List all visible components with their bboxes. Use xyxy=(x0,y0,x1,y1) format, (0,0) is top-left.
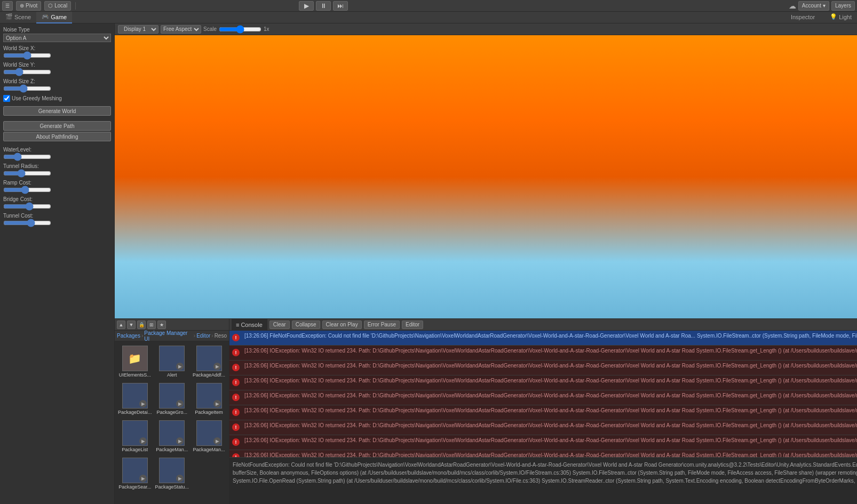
list-item[interactable]: 📁UIElementsS... xyxy=(117,343,153,380)
water-level-slider[interactable] xyxy=(3,155,51,159)
file-name-label: PackageMan... xyxy=(156,447,188,452)
aspect-select[interactable]: Free Aspect xyxy=(161,25,201,34)
greedy-meshing-group: Use Greedy Meshing xyxy=(3,95,111,102)
tunnel-cost-label: Tunnel Cost: xyxy=(3,213,111,219)
list-item[interactable]: ▶PackageSear... xyxy=(117,455,153,492)
play-badge: ▶ xyxy=(176,363,184,370)
greedy-meshing-checkbox[interactable]: Use Greedy Meshing xyxy=(3,95,111,102)
error-pause-button[interactable]: Error Pause xyxy=(364,321,400,329)
table-row[interactable]: ![13:26:06] IOException: Win32 IO return… xyxy=(229,375,857,390)
bottom-section: ▲ ▼ 🔒 ⊞ ★ Packages › Package Manager UI … xyxy=(115,318,857,504)
game-viewport[interactable]: Statistics ✕ Audio: Level: -74.8 dB DSP … xyxy=(115,35,857,318)
display-select[interactable]: Display 1 xyxy=(118,25,158,34)
file-name-label: PackageDetai... xyxy=(118,410,152,415)
clear-button[interactable]: Clear xyxy=(269,321,290,329)
tab-inspector[interactable]: Inspector xyxy=(785,12,820,23)
file-icon: ▶ xyxy=(122,458,148,483)
left-panel: Noise Type Option A World Size X: World … xyxy=(0,23,115,504)
play-badge: ▶ xyxy=(139,475,147,482)
error-icon: ! xyxy=(229,375,242,390)
local-button[interactable]: ⬡ Local xyxy=(44,1,71,11)
list-item[interactable]: ▶PackageDetai... xyxy=(117,381,153,417)
table-row[interactable]: ![13:26:06] IOException: Win32 IO return… xyxy=(229,450,857,457)
pivot-button[interactable]: ⊕ Pivot xyxy=(16,1,41,11)
console-tab[interactable]: ≡ Console xyxy=(232,319,267,331)
file-icon: ▶ xyxy=(159,346,185,371)
layers-button[interactable]: Layers xyxy=(831,1,855,11)
console-detail: FileNotFoundException: Could not find fi… xyxy=(229,457,857,504)
game-icon: 🎮 xyxy=(42,13,49,20)
table-row[interactable]: ![13:26:06] IOException: Win32 IO return… xyxy=(229,405,857,420)
tunnel-radius-label: Tunnel Radius: xyxy=(3,163,111,169)
pause-button[interactable]: ⏸ xyxy=(316,1,331,11)
scroll-down-icon[interactable]: ▼ xyxy=(127,321,136,329)
play-badge: ▶ xyxy=(213,400,221,407)
search-icon[interactable]: ⊞ xyxy=(147,321,156,329)
message-text: [13:26:06] IOException: Win32 IO returne… xyxy=(242,405,857,420)
error-icon: ! xyxy=(229,450,242,457)
about-pathfinding-button[interactable]: About Pathfinding xyxy=(3,132,111,141)
message-text: [13:26:06] IOException: Win32 IO returne… xyxy=(242,346,857,360)
world-size-x-slider[interactable] xyxy=(3,53,51,58)
sep3: › xyxy=(211,333,213,339)
noise-type-select[interactable]: Option A xyxy=(3,34,111,42)
table-row[interactable]: ![13:26:06] IOException: Win32 IO return… xyxy=(229,346,857,361)
table-row[interactable]: ![13:26:06] FileNotFoundException: Could… xyxy=(229,331,857,346)
list-item[interactable]: ▶PackageGro... xyxy=(154,381,191,417)
collapse-button[interactable]: Collapse xyxy=(292,321,320,329)
play-button[interactable]: ▶ xyxy=(299,1,314,11)
table-row[interactable]: ![13:26:06] IOException: Win32 IO return… xyxy=(229,361,857,375)
scale-slider[interactable] xyxy=(219,27,261,32)
table-row[interactable]: ![13:26:06] IOException: Win32 IO return… xyxy=(229,435,857,450)
chevron-down-icon: ▾ xyxy=(823,3,826,9)
world-size-z-slider[interactable] xyxy=(3,86,51,91)
play-badge: ▶ xyxy=(139,437,147,445)
bridge-cost-group: Bridge Cost: xyxy=(3,196,111,210)
editor-button[interactable]: Editor xyxy=(402,321,423,329)
tunnel-cost-slider[interactable] xyxy=(3,221,51,225)
play-badge: ▶ xyxy=(176,437,184,445)
play-badge: ▶ xyxy=(139,400,147,407)
table-row[interactable]: ![13:26:06] IOException: Win32 IO return… xyxy=(229,420,857,435)
scroll-up-icon[interactable]: ▲ xyxy=(117,321,125,329)
tunnel-radius-slider[interactable] xyxy=(3,171,51,175)
noise-type-group: Noise Type Option A xyxy=(3,27,111,42)
list-item[interactable]: ▶PackageList xyxy=(117,418,153,454)
message-text: [13:26:06] IOException: Win32 IO returne… xyxy=(242,420,857,435)
list-item[interactable]: ▶PackageItem xyxy=(191,381,227,417)
generate-path-button[interactable]: Generate Path xyxy=(3,121,111,131)
list-item[interactable]: ▶PackageMan... xyxy=(191,418,227,454)
bridge-cost-slider[interactable] xyxy=(3,204,51,209)
clear-on-play-button[interactable]: Clear on Play xyxy=(322,321,362,329)
list-item[interactable]: ▶Alert xyxy=(154,343,191,380)
sep2: › xyxy=(194,333,195,339)
file-name-label: PackageSear... xyxy=(118,484,151,490)
table-row[interactable]: ![13:26:06] IOException: Win32 IO return… xyxy=(229,390,857,405)
world-size-y-slider[interactable] xyxy=(3,70,51,74)
ramp-cost-slider[interactable] xyxy=(3,188,51,192)
scale-value: 1x xyxy=(264,26,269,32)
tab-light[interactable]: 💡 Light xyxy=(824,12,857,23)
step-button[interactable]: ⏭ xyxy=(333,1,348,11)
account-dropdown[interactable]: Account ▾ xyxy=(798,1,829,11)
file-name-label: Alert xyxy=(167,372,177,378)
file-icon: ▶ xyxy=(196,420,222,446)
file-name-label: PackageList xyxy=(122,447,148,452)
menu-icon[interactable]: ☰ xyxy=(2,1,13,11)
list-item[interactable]: ▶PackageStatu... xyxy=(154,455,191,492)
error-icon: ! xyxy=(229,331,242,345)
list-item[interactable]: ▶PackageMan... xyxy=(154,418,191,454)
file-icon: ▶ xyxy=(159,458,185,483)
tab-game[interactable]: 🎮 Game xyxy=(36,12,72,23)
star-icon[interactable]: ★ xyxy=(157,321,166,329)
list-item[interactable]: ▶PackageAddf... xyxy=(191,343,227,380)
lock-icon[interactable]: 🔒 xyxy=(137,321,146,329)
error-icon: ! xyxy=(229,346,242,360)
top-toolbar: ☰ ⊕ Pivot ⬡ Local ▶ ⏸ ⏭ ☁ Account ▾ Laye… xyxy=(0,0,857,12)
world-size-y-group: World Size Y: xyxy=(3,62,111,75)
file-browser-toolbar: ▲ ▼ 🔒 ⊞ ★ xyxy=(115,319,229,331)
play-badge: ▶ xyxy=(213,437,221,445)
file-name-label: PackageStatu... xyxy=(155,484,189,490)
tab-scene[interactable]: 🎬 Scene xyxy=(0,12,36,23)
generate-world-button[interactable]: Generate World xyxy=(3,106,111,116)
